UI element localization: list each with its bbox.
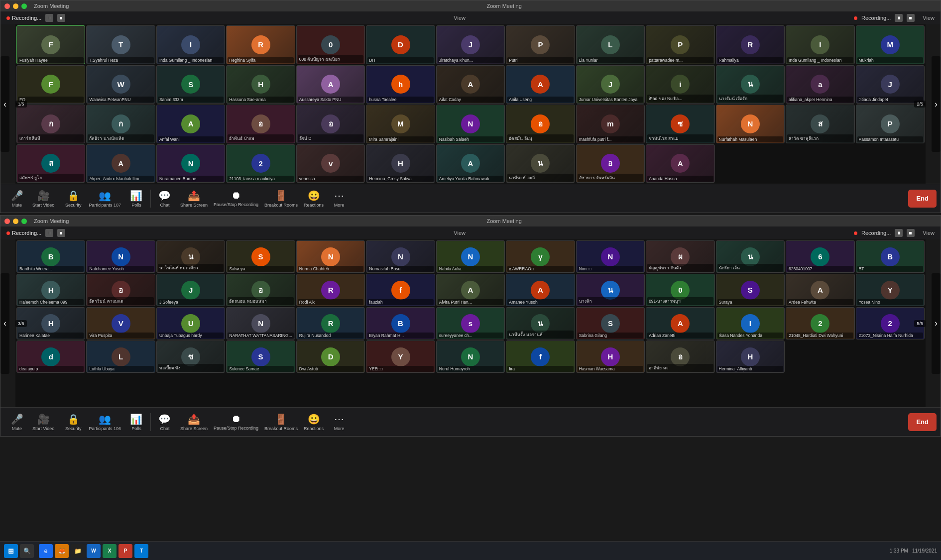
participant-tile-14[interactable]: ออัคาริมน์ ดาแมแต xyxy=(86,274,155,306)
close-btn-top[interactable] xyxy=(4,3,10,9)
bottom-participants-button[interactable]: 👥 Participants 106 xyxy=(86,409,124,435)
participant-tile-15[interactable]: SSanim 333m xyxy=(156,65,225,104)
participant-tile-10[interactable]: RRahmaliya xyxy=(716,25,785,64)
participant-tile-5[interactable]: NNurnasifah Bosu xyxy=(366,240,435,273)
participant-tile-27[interactable]: VVira Puspita xyxy=(86,307,155,339)
participant-tile-45[interactable]: NNurul Humayroh xyxy=(436,340,505,373)
participant-tile-49[interactable]: HHermina_Alfiyanti xyxy=(716,340,785,373)
participant-tile-26[interactable]: HHarinee Kalatae xyxy=(16,307,85,339)
top-record-button[interactable]: ⏺ Pause/Stop Recording xyxy=(211,186,261,212)
participant-tile-42[interactable]: SSukinee Samae xyxy=(226,340,295,373)
top-chat-button[interactable]: 💬 Chat xyxy=(152,186,177,212)
participant-tile-18[interactable]: ffauziah xyxy=(366,274,435,306)
top-mute-button[interactable]: 🎤 Mute xyxy=(4,186,29,212)
participant-tile-16[interactable]: ออัตถนอน หมอนหมา xyxy=(226,274,295,306)
top-breakout-button[interactable]: 🚪 Breakout Rooms xyxy=(261,186,301,212)
top-end-button[interactable]: End xyxy=(908,190,937,208)
participant-tile-26[interactable]: กเการ์ส ลีนที xyxy=(16,105,85,143)
participant-tile-18[interactable]: hhusna Taealee xyxy=(366,65,435,104)
top-nav-left[interactable]: ‹ xyxy=(0,56,9,152)
bottom-view-btn[interactable]: View xyxy=(454,230,466,236)
participant-tile-14[interactable]: WWanwisa PetwanPNU xyxy=(86,65,155,104)
participant-tile-46[interactable]: นนาซีซะห์ อะลี xyxy=(506,144,575,183)
participant-tile-5[interactable]: DDH xyxy=(366,25,435,64)
participant-tile-10[interactable]: นนักรียา เจ้น xyxy=(716,240,785,273)
participant-tile-43[interactable]: vvenessa xyxy=(296,144,365,183)
taskbar-search[interactable]: 🔍 xyxy=(20,544,34,558)
participant-tile-0[interactable]: FFusiyah Hayee xyxy=(16,25,85,64)
participant-tile-30[interactable]: ออัจน์ D xyxy=(296,105,365,143)
bottom-pause-button[interactable]: ⏸ xyxy=(45,229,53,237)
participant-tile-35[interactable]: ซซาทับไวส สาแม xyxy=(646,105,714,143)
bottom-reactions-button[interactable]: 😀 Reactions xyxy=(301,409,327,435)
participant-tile-23[interactable]: นนางรัมน์ เจือรัก xyxy=(716,65,785,104)
taskbar-ppt[interactable]: P xyxy=(118,544,132,558)
participant-tile-28[interactable]: UUnbaja Tubagus hardy xyxy=(156,307,225,339)
bottom-chat-button[interactable]: 💬 Chat xyxy=(152,409,177,435)
participant-tile-43[interactable]: DDwi Astuti xyxy=(296,340,365,373)
bottom-video-button[interactable]: 🎥 Start Video xyxy=(29,409,57,435)
participant-tile-19[interactable]: AAlvira Putri Han... xyxy=(436,274,505,306)
taskbar-start[interactable]: ⊞ xyxy=(4,544,18,558)
participant-tile-33[interactable]: ออัดสมัน อีบมุ xyxy=(506,105,575,143)
participant-tile-32[interactable]: ssureeyyanee ch... xyxy=(436,307,505,339)
top-reactions-button[interactable]: 😀 Reactions xyxy=(301,186,327,212)
bottom-breakout-button[interactable]: 🚪 Breakout Rooms xyxy=(261,409,301,435)
participant-tile-48[interactable]: AAnanda Hasna xyxy=(646,144,714,183)
participant-tile-33[interactable]: นนาทีหรั้ง มอรานห์ xyxy=(506,307,575,339)
taskbar-folder[interactable]: 📁 xyxy=(71,544,85,558)
participant-tile-7[interactable]: γγ.AWRRAO□ xyxy=(506,240,575,273)
participant-tile-8[interactable]: NNim□□ xyxy=(576,240,645,273)
participant-tile-47[interactable]: HHasman Waesama xyxy=(576,340,645,373)
participant-tile-25[interactable]: JJitiada Jindapet xyxy=(856,65,925,104)
participant-tile-48[interactable]: ออาอีชัย มะ xyxy=(646,340,714,373)
participant-tile-29[interactable]: NNARATHAT WATTANASARING... xyxy=(226,307,295,339)
top-pause2[interactable]: ⏸ xyxy=(895,14,903,22)
participant-tile-22[interactable]: iiPad ของ Nurha... xyxy=(646,65,714,104)
bottom-pause2[interactable]: ⏸ xyxy=(895,229,903,237)
bottom-nav-right[interactable]: › xyxy=(932,273,941,373)
participant-tile-3[interactable]: RReghina Syifa xyxy=(226,25,295,64)
bottom-record-button[interactable]: ⏺ Pause/Stop Recording xyxy=(211,409,261,435)
participant-tile-41[interactable]: ซซอเปี๊ยต ซิง xyxy=(156,340,225,373)
participant-tile-39[interactable]: ddea ayu p xyxy=(16,340,85,373)
participant-tile-44[interactable]: YYEE□□ xyxy=(366,340,435,373)
participant-tile-0[interactable]: BBanthita Weera... xyxy=(16,240,85,273)
participant-tile-7[interactable]: PPutri xyxy=(506,25,575,64)
top-view-btn[interactable]: View xyxy=(454,15,466,21)
bottom-more-button[interactable]: ⋯ More xyxy=(327,409,352,435)
participant-tile-47[interactable]: ออัซาหาร จันทร์ผลิน xyxy=(576,144,645,183)
participant-tile-45[interactable]: AAmeliya Yunita Rahmawati xyxy=(436,144,505,183)
participant-tile-19[interactable]: AAifat Caday xyxy=(436,65,505,104)
bottom-nav-left[interactable]: ‹ xyxy=(0,273,9,373)
participant-tile-24[interactable]: AArdea Fahwita xyxy=(786,274,854,306)
participant-tile-12[interactable]: BBT xyxy=(856,240,925,273)
participant-tile-12[interactable]: MMukriah xyxy=(856,25,925,64)
participant-tile-41[interactable]: NNuramanee Romae xyxy=(156,144,225,183)
participant-tile-30[interactable]: RRujira Nusandod xyxy=(296,307,365,339)
bottom-stop2[interactable]: ⏹ xyxy=(907,229,915,237)
taskbar-teams[interactable]: T xyxy=(134,544,148,558)
participant-tile-32[interactable]: NNasibah Salaeh xyxy=(436,105,505,143)
participant-tile-2[interactable]: นนาโพล็นท์ หมดเคียว xyxy=(156,240,225,273)
close-btn-bottom[interactable] xyxy=(4,219,10,224)
taskbar-excel[interactable]: X xyxy=(103,544,117,558)
top-participants-button[interactable]: 👥 Participants 107 xyxy=(86,186,124,212)
top-stop2[interactable]: ⏹ xyxy=(907,14,915,22)
participant-tile-21[interactable]: JJumar Universitas Banten Jaya xyxy=(576,65,645,104)
top-nav-right[interactable]: › xyxy=(932,56,941,152)
participant-tile-13[interactable]: FFO xyxy=(16,65,85,104)
bottom-security-button[interactable]: 🔒 Security xyxy=(61,409,86,435)
participant-tile-31[interactable]: BBryan Rahmat H... xyxy=(366,307,435,339)
maximize-btn-bottom[interactable] xyxy=(21,219,27,224)
participant-tile-31[interactable]: MMira Samrajaini xyxy=(366,105,435,143)
bottom-polls-button[interactable]: 📊 Polls xyxy=(124,409,149,435)
bottom-end-button[interactable]: End xyxy=(908,413,937,431)
participant-tile-13[interactable]: HHaleemoh Cheleema 099 xyxy=(16,274,85,306)
participant-tile-37[interactable]: สสาวัต ซาพูลีแวก xyxy=(786,105,854,143)
participant-tile-20[interactable]: AAmanee Yusoh xyxy=(506,274,575,306)
participant-tile-40[interactable]: LLuthfa Ubaya xyxy=(86,340,155,373)
participant-tile-39[interactable]: สสมัพชร์ ยูโฮ xyxy=(16,144,85,183)
maximize-btn-top[interactable] xyxy=(21,3,27,9)
minimize-btn-bottom[interactable] xyxy=(13,219,18,224)
